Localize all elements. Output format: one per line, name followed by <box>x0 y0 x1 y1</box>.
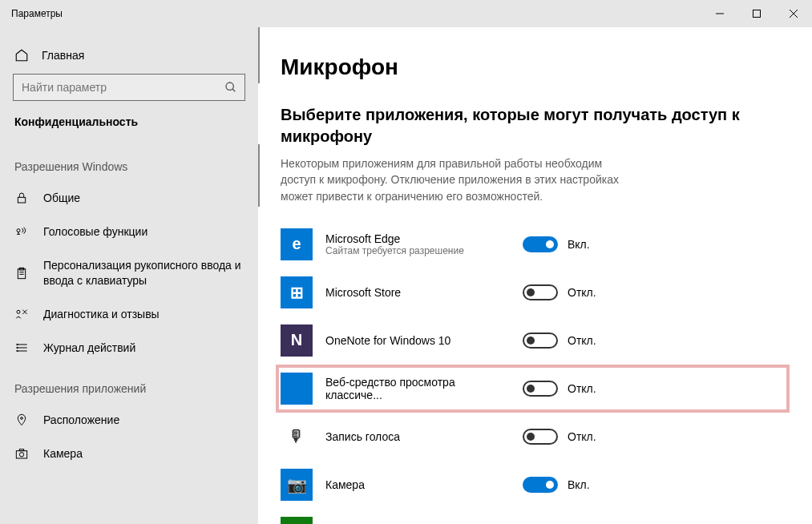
content-area: Микрофон Выберите приложения, которые мо… <box>258 27 812 524</box>
svg-line-5 <box>232 89 235 91</box>
app-subtext: Сайтам требуется разрешение <box>325 245 510 256</box>
app-toggle[interactable] <box>523 284 558 300</box>
scroll-indicator <box>258 144 260 207</box>
app-row: Веб-средство просмотра классиче... Откл. <box>276 365 790 413</box>
history-icon <box>14 341 29 354</box>
lock-icon <box>14 191 29 204</box>
page-title: Микрофон <box>281 54 790 80</box>
toggle-state-label: Вкл. <box>568 238 590 251</box>
svg-rect-6 <box>18 197 25 203</box>
nav-camera[interactable]: Камера <box>0 437 258 470</box>
svg-rect-20 <box>16 451 26 458</box>
app-toggle[interactable] <box>523 429 558 445</box>
svg-rect-22 <box>19 449 23 451</box>
app-icon: e <box>281 228 313 260</box>
nav-inking[interactable]: Персонализация рукописного ввода и ввода… <box>0 248 258 296</box>
app-icon: ⌂ <box>281 517 313 524</box>
app-toggle[interactable] <box>523 381 558 397</box>
window-title: Параметры <box>11 8 701 19</box>
app-name: Камера <box>325 478 510 491</box>
home-label: Главная <box>42 49 84 62</box>
app-row: e Microsoft Edge Сайтам требуется разреш… <box>281 220 790 268</box>
app-row: N OneNote for Windows 10 Откл. <box>281 316 790 365</box>
app-name: Microsoft Edge <box>325 232 510 245</box>
search-icon <box>224 81 237 94</box>
app-icon: 📷 <box>281 469 313 501</box>
nav-label: Расположение <box>43 413 244 427</box>
app-name: Веб-средство просмотра классиче... <box>325 376 510 401</box>
feedback-icon <box>14 308 29 320</box>
app-icon: 🎙 <box>281 421 313 453</box>
svg-point-7 <box>17 229 20 232</box>
nav-location[interactable]: Расположение <box>0 403 258 437</box>
app-row: 🎙 Запись голоса Откл. <box>281 413 790 461</box>
maximize-button[interactable] <box>738 0 775 27</box>
minimize-button[interactable] <box>701 0 738 27</box>
speech-icon <box>14 225 29 238</box>
nav-label: Голосовые функции <box>43 224 244 239</box>
app-icon <box>281 373 313 405</box>
titlebar: Параметры <box>0 0 812 27</box>
toggle-state-label: Откл. <box>568 334 596 347</box>
group-heading-windows: Разрешения Windows <box>0 143 258 181</box>
nav-label: Журнал действий <box>43 341 244 355</box>
nav-label: Камера <box>43 446 244 461</box>
toggle-state-label: Откл. <box>568 286 596 299</box>
nav-label: Общие <box>43 191 244 205</box>
app-toggle[interactable] <box>523 236 558 252</box>
nav-activity[interactable]: Журнал действий <box>0 331 258 365</box>
nav-general[interactable]: Общие <box>0 181 258 215</box>
app-name: Microsoft Store <box>325 286 510 299</box>
home-icon <box>14 48 29 62</box>
svg-point-4 <box>226 83 233 90</box>
nav-label: Диагностика и отзывы <box>43 307 244 321</box>
search-input[interactable] <box>13 74 245 101</box>
svg-point-21 <box>19 453 23 457</box>
nav-label: Персонализация рукописного ввода и ввода… <box>43 258 244 287</box>
scroll-indicator <box>258 27 260 83</box>
home-nav[interactable]: Главная <box>0 42 258 74</box>
app-row: ⌂ Компаньон консоли Xbox Откл. <box>281 509 790 524</box>
toggle-state-label: Откл. <box>568 430 596 443</box>
location-icon <box>14 413 29 426</box>
group-heading-apps: Разрешения приложений <box>0 365 258 403</box>
section-description: Некоторым приложениям для правильной раб… <box>281 155 625 204</box>
nav-speech[interactable]: Голосовые функции <box>0 215 258 248</box>
svg-point-12 <box>17 310 20 313</box>
app-icon: ⊞ <box>281 276 313 308</box>
camera-icon <box>14 447 29 460</box>
svg-rect-1 <box>753 10 761 18</box>
section-title: Выберите приложения, которые могут получ… <box>281 104 790 147</box>
svg-point-19 <box>21 417 23 420</box>
close-button[interactable] <box>775 0 812 27</box>
toggle-state-label: Откл. <box>568 382 596 395</box>
app-name: Запись голоса <box>325 430 510 443</box>
app-toggle[interactable] <box>523 477 558 493</box>
nav-diagnostics[interactable]: Диагностика и отзывы <box>0 297 258 331</box>
app-row: ⊞ Microsoft Store Откл. <box>281 268 790 316</box>
app-row: 📷 Камера Вкл. <box>281 461 790 509</box>
toggle-state-label: Вкл. <box>568 478 590 491</box>
app-icon: N <box>281 324 313 357</box>
app-toggle[interactable] <box>523 333 558 349</box>
current-section: Конфиденциальность <box>0 115 258 143</box>
clipboard-icon <box>14 266 29 280</box>
sidebar: Главная Конфиденциальность Разрешения Wi… <box>0 27 258 524</box>
app-name: OneNote for Windows 10 <box>325 334 510 347</box>
